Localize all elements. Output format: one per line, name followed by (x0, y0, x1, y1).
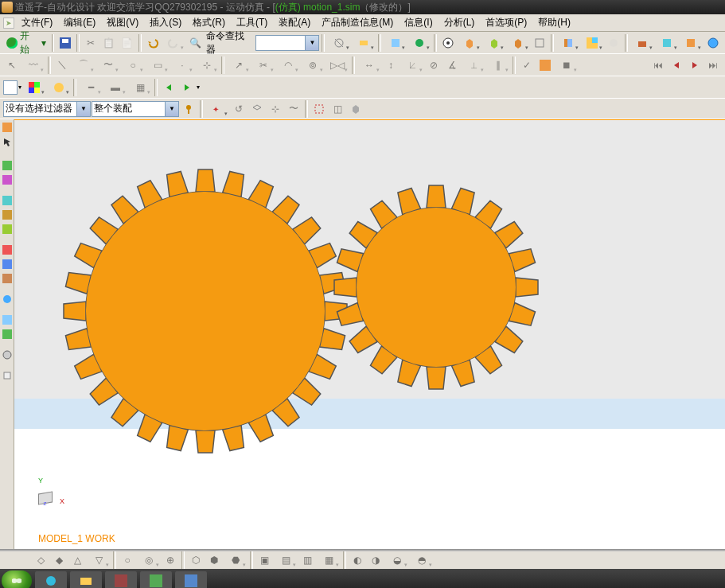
menu-analysis[interactable]: 分析(L) (440, 14, 479, 31)
menu-nav-icon[interactable]: ➤ (3, 18, 14, 29)
view-style-icon[interactable] (327, 34, 351, 52)
menu-info[interactable]: 信息(I) (400, 14, 436, 31)
side-tool-13-icon[interactable] (1, 369, 14, 382)
side-tool-9-icon[interactable] (1, 293, 14, 306)
material-icon[interactable] (605, 34, 622, 52)
solve-icon[interactable]: ✓ (518, 56, 536, 74)
side-tool-10-icon[interactable] (1, 313, 14, 326)
bt-11-icon[interactable]: ▣ (255, 551, 273, 569)
dim6-icon[interactable]: ⟂ (462, 56, 485, 74)
task-app3-icon[interactable] (175, 571, 207, 588)
checkbox-1[interactable] (3, 80, 18, 95)
bt-7-icon[interactable]: ⊕ (162, 551, 179, 569)
side-tool-1-icon[interactable] (1, 159, 14, 172)
color-icon[interactable] (581, 34, 605, 52)
arrow-nw-icon[interactable]: ↖ (3, 56, 21, 74)
spline-icon[interactable]: 〜 (96, 56, 120, 74)
render-icon[interactable] (407, 34, 431, 52)
toolbox3-icon[interactable] (680, 34, 704, 52)
command-finder-label[interactable]: 命令查找器 (205, 29, 255, 56)
bt-1-icon[interactable]: ◇ (32, 551, 49, 569)
task-ie-icon[interactable] (35, 571, 67, 588)
snap-mid-icon[interactable]: ↺ (230, 100, 248, 118)
forward-icon[interactable]: ⏭ (704, 56, 722, 74)
box3-icon[interactable] (506, 34, 530, 52)
assembly-scope-select[interactable]: 整个装配▼ (92, 101, 179, 117)
bt-3-icon[interactable]: △ (68, 551, 86, 569)
nav-left-icon[interactable] (160, 79, 177, 96)
snap-curve-icon[interactable]: 〜 (285, 100, 302, 118)
nav-pointer-icon[interactable] (1, 135, 14, 148)
layer-icon[interactable] (352, 34, 376, 52)
arc-icon[interactable]: ⌒ (72, 56, 95, 74)
undo-icon[interactable] (144, 34, 162, 52)
side-tool-12-icon[interactable] (1, 349, 14, 361)
circle-icon[interactable]: ○ (121, 56, 145, 74)
dim5-icon[interactable]: ∡ (443, 56, 461, 74)
select-box-icon[interactable] (310, 100, 328, 118)
bt-17-icon[interactable]: ◒ (385, 551, 409, 569)
shade-icon[interactable] (384, 34, 407, 52)
rewind-icon[interactable]: ⏮ (649, 56, 667, 74)
toolbox1-icon[interactable] (630, 34, 654, 52)
windows-start-icon[interactable] (2, 570, 32, 588)
dim1-icon[interactable]: ↔ (357, 56, 381, 74)
side-tool-6-icon[interactable] (1, 243, 14, 256)
line-icon[interactable]: ＼ (53, 56, 71, 74)
bt-9-icon[interactable]: ⬢ (205, 551, 223, 569)
rect-icon[interactable]: ▭ (146, 56, 170, 74)
nav-tree-icon[interactable] (1, 121, 14, 134)
pin-icon[interactable] (180, 100, 197, 118)
dim4-icon[interactable]: ⊘ (425, 56, 442, 74)
line-width-icon[interactable]: ▬ (103, 79, 127, 96)
bt-18-icon[interactable]: ◓ (410, 551, 434, 569)
menu-prefs[interactable]: 首选项(P) (481, 14, 531, 31)
side-tool-7-icon[interactable] (1, 258, 14, 271)
csys-icon[interactable]: ⊹ (195, 56, 219, 74)
side-tool-8-icon[interactable] (1, 272, 14, 285)
box2-icon[interactable] (482, 34, 506, 52)
save-icon[interactable] (57, 34, 74, 52)
side-tool-5-icon[interactable] (1, 223, 14, 236)
menu-edit[interactable]: 编辑(E) (60, 14, 99, 31)
wireframe-icon[interactable] (531, 34, 548, 52)
next-icon[interactable] (686, 56, 704, 74)
side-tool-2-icon[interactable] (1, 173, 14, 186)
line-style-icon[interactable]: ━ (79, 79, 103, 96)
start-button[interactable]: 开始 ▾ (3, 29, 49, 56)
menu-view[interactable]: 视图(V) (103, 14, 142, 31)
extend-icon[interactable]: ↗ (227, 56, 251, 74)
bt-14-icon[interactable]: ▦ (317, 551, 341, 569)
bt-6-icon[interactable]: ◎ (137, 551, 161, 569)
redo-icon[interactable] (162, 34, 185, 52)
bt-10-icon[interactable]: ⬣ (224, 551, 248, 569)
copy-icon[interactable]: 📋 (100, 34, 118, 52)
side-tool-4-icon[interactable] (1, 208, 14, 221)
task-folder-icon[interactable] (70, 571, 102, 588)
canvas[interactable]: Y z X MODEL_1 WORK (14, 119, 725, 549)
curve-tool-icon[interactable]: 〰 (21, 56, 45, 74)
toolbox2-icon[interactable] (655, 34, 679, 52)
offset-icon[interactable]: ⊚ (301, 56, 325, 74)
point-icon[interactable]: · (170, 56, 194, 74)
snap-face-icon[interactable] (248, 100, 266, 118)
menu-help[interactable]: 帮助(H) (534, 14, 575, 31)
mirror-icon[interactable]: ▷◁ (325, 56, 349, 74)
select-body-icon[interactable] (347, 100, 364, 118)
palette-icon[interactable] (47, 79, 71, 96)
orange-tool-icon[interactable] (536, 56, 554, 74)
snap-edge-icon[interactable]: ⊹ (267, 100, 284, 118)
bt-8-icon[interactable]: ⬡ (187, 551, 205, 569)
command-finder-input[interactable]: ▼ (255, 35, 319, 51)
paste-icon[interactable]: 📄 (119, 34, 136, 52)
bt-12-icon[interactable]: ▤ (274, 551, 298, 569)
bt-15-icon[interactable]: ◐ (349, 551, 366, 569)
color-swatch-icon[interactable] (22, 79, 46, 96)
dim3-icon[interactable]: ⟀ (400, 56, 424, 74)
section-icon[interactable] (556, 34, 580, 52)
cut-icon[interactable]: ✂ (82, 34, 99, 52)
command-finder-icon[interactable]: 🔍 (186, 34, 204, 52)
snap-point-icon[interactable]: ✦ (205, 100, 229, 118)
bt-13-icon[interactable]: ▥ (298, 551, 316, 569)
sketch-exit-icon[interactable]: ⏹ (555, 56, 579, 74)
